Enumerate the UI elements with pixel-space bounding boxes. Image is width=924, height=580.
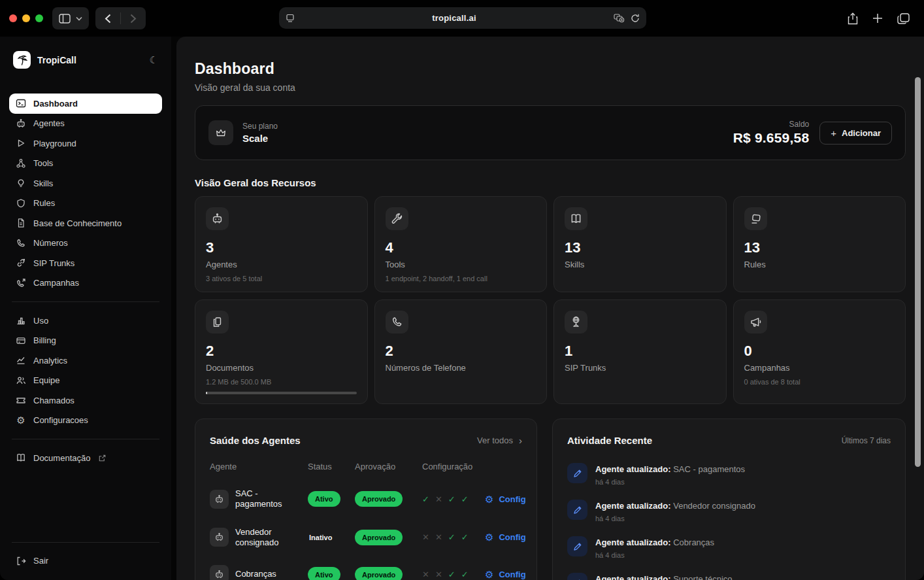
resource-card-tools[interactable]: 4 Tools 1 endpoint, 2 handoff, 1 end cal… (374, 196, 548, 292)
new-tab-icon[interactable] (872, 13, 883, 24)
reader-icon[interactable] (286, 14, 295, 23)
activity-time: há 4 dias (595, 515, 755, 522)
card-value: 2 (206, 343, 357, 360)
sidebar-item-dashboard[interactable]: Dashboard (9, 94, 162, 114)
view-all-label: Ver todos (477, 435, 513, 445)
sidebar-panel-icon (59, 14, 71, 24)
terminal-icon (16, 98, 26, 109)
activity-action: Agente atualizado: (595, 464, 671, 474)
sidebar-item-label: Base de Conhecimento (33, 218, 122, 228)
plan-name: Scale (242, 133, 278, 144)
x-icon: ✕ (435, 494, 442, 504)
dark-mode-toggle[interactable]: ☾ (150, 54, 158, 66)
gear-icon: ⚙ (485, 494, 493, 504)
sidebar-item-uso[interactable]: Uso (9, 311, 162, 331)
agents-health-title: Saúde dos Agentes (210, 435, 301, 446)
sidebar-item-tools[interactable]: Tools (9, 154, 162, 174)
lightbulb-icon (16, 178, 26, 188)
wrench-icon (386, 207, 408, 230)
card-label: Agentes (206, 260, 357, 269)
resource-card-numeros[interactable]: 2 Números de Telefone (374, 299, 548, 404)
sidebar-item-numeros[interactable]: Números (9, 233, 162, 254)
sidebar-toggle-button[interactable] (52, 7, 89, 29)
config-button[interactable]: ⚙ Config (485, 570, 526, 579)
sidebar-nav: Dashboard Agentes Playground Tools Skill… (9, 94, 162, 293)
reload-icon[interactable] (631, 14, 640, 23)
storage-progress-bar (206, 392, 357, 394)
sidebar-item-label: Equipe (33, 375, 59, 385)
address-bar[interactable]: tropicall.ai (279, 7, 646, 29)
x-icon: ✕ (435, 570, 442, 579)
approval-badge: Aprovado (355, 530, 403, 545)
minimize-window-button[interactable] (22, 14, 30, 22)
close-window-button[interactable] (9, 14, 17, 22)
check-icon: ✓ (448, 494, 455, 504)
sidebar-item-billing[interactable]: Billing (9, 331, 162, 351)
status-badge: Ativo (308, 567, 340, 580)
card-value: 0 (744, 343, 895, 360)
resource-card-sip-trunks[interactable]: 1 SIP Trunks (553, 299, 727, 404)
resource-card-documentos[interactable]: 2 Documentos 1.2 MB de 500.0 MB (195, 299, 368, 404)
sidebar-item-playground[interactable]: Playground (9, 133, 162, 154)
sidebar-item-equipe[interactable]: Equipe (9, 371, 162, 391)
sidebar-item-analytics[interactable]: Analytics (9, 350, 162, 371)
agent-name: Vendedor consignado (235, 527, 300, 549)
share-icon[interactable] (848, 12, 858, 25)
file-icon (16, 218, 26, 228)
copy-icon (206, 311, 229, 333)
resource-card-agentes[interactable]: 3 Agentes 3 ativos de 5 total (195, 196, 368, 292)
shield-icon (16, 198, 26, 209)
view-all-link[interactable]: Ver todos › (477, 435, 522, 446)
card-label: Skills (565, 260, 716, 269)
traffic-lights (9, 14, 43, 22)
extensions-icon[interactable] (614, 14, 625, 23)
sidebar-item-sair[interactable]: Sair (9, 551, 162, 571)
sidebar-item-sip-trunks[interactable]: SIP Trunks (9, 253, 162, 273)
resource-card-skills[interactable]: 13 Skills (553, 196, 727, 292)
zoom-window-button[interactable] (35, 14, 43, 22)
config-button[interactable]: ⚙ Config (485, 494, 526, 504)
sidebar-item-label: Números (33, 238, 68, 248)
card-value: 13 (744, 239, 895, 256)
activity-action: Agente atualizado: (595, 574, 671, 580)
activity-item[interactable]: Agente atualizado: SAC - pagamentos há 4… (567, 463, 891, 486)
card-label: Documentos (206, 363, 357, 373)
config-button[interactable]: ⚙ Config (485, 532, 526, 542)
tab-overview-icon[interactable] (897, 13, 910, 24)
globe-icon (565, 311, 587, 333)
sidebar-item-rules[interactable]: Rules (9, 194, 162, 214)
sidebar-item-configuracoes[interactable]: ⚙ Configuracoes (9, 411, 162, 431)
brand-name: TropiCall (37, 55, 143, 65)
gear-icon: ⚙ (16, 415, 26, 426)
scrollbar-thumb[interactable] (915, 77, 921, 467)
phone-outgoing-icon (16, 278, 26, 288)
sidebar-item-skills[interactable]: Skills (9, 173, 162, 194)
sidebar-item-documentacao[interactable]: Documentação (9, 448, 162, 468)
activity-item[interactable]: Agente atualizado: Vendedor consignado h… (567, 500, 891, 522)
add-balance-button[interactable]: + Adicionar (819, 122, 892, 145)
back-button[interactable] (95, 7, 120, 29)
sidebar-divider (12, 301, 159, 302)
sidebar-item-label: Uso (33, 316, 48, 326)
check-icon: ✓ (422, 494, 429, 504)
config-label: Config (499, 570, 525, 579)
recent-activity-panel: Atividade Recente Últimos 7 dias Agente … (552, 418, 906, 580)
activity-item[interactable]: Agente atualizado: Suporte técnico há 4 … (567, 573, 891, 580)
card-label: Campanhas (744, 363, 895, 373)
resource-card-campanhas[interactable]: 0 Campanhas 0 ativas de 8 total (733, 299, 906, 404)
sidebar-item-campanhas[interactable]: Campanhas (9, 273, 162, 294)
sidebar-item-agentes[interactable]: Agentes (9, 114, 162, 134)
approval-badge: Aprovado (355, 491, 403, 507)
plus-icon: + (831, 128, 836, 139)
activity-period: Últimos 7 dias (842, 436, 891, 445)
config-label: Config (499, 494, 525, 504)
resource-card-rules[interactable]: 13 Rules (733, 196, 906, 292)
sidebar-item-chamados[interactable]: Chamados (9, 390, 162, 411)
forward-button[interactable] (121, 7, 146, 29)
activity-action: Agente atualizado: (595, 537, 671, 547)
phone-icon (386, 311, 408, 333)
sidebar-item-label: Playground (33, 139, 76, 148)
sidebar-item-base-de-conhecimento[interactable]: Base de Conhecimento (9, 213, 162, 233)
sidebar-item-label: Analytics (33, 356, 67, 366)
activity-item[interactable]: Agente atualizado: Cobranças há 4 dias (567, 536, 891, 559)
